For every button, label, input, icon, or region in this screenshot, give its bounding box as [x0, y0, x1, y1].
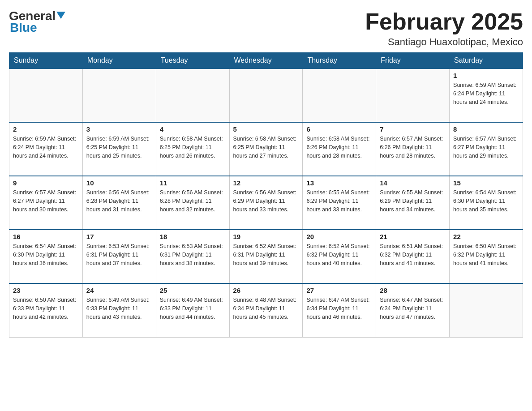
day-info: Sunrise: 6:50 AM Sunset: 6:32 PM Dayligh… — [453, 242, 519, 267]
day-cell: 9Sunrise: 6:57 AM Sunset: 6:27 PM Daylig… — [9, 176, 83, 230]
day-number: 25 — [160, 287, 226, 294]
day-info: Sunrise: 6:49 AM Sunset: 6:33 PM Dayligh… — [86, 296, 152, 321]
day-cell — [229, 68, 303, 122]
page-header: General Blue February 2025 Santiago Huax… — [9, 9, 523, 48]
day-info: Sunrise: 6:54 AM Sunset: 6:30 PM Dayligh… — [13, 242, 79, 267]
day-cell: 28Sunrise: 6:47 AM Sunset: 6:34 PM Dayli… — [376, 283, 450, 337]
day-number: 7 — [380, 125, 446, 133]
day-cell: 7Sunrise: 6:57 AM Sunset: 6:26 PM Daylig… — [376, 122, 450, 176]
day-number: 15 — [453, 179, 519, 187]
day-cell: 11Sunrise: 6:56 AM Sunset: 6:28 PM Dayli… — [156, 176, 229, 230]
day-number: 3 — [86, 125, 152, 133]
day-info: Sunrise: 6:58 AM Sunset: 6:25 PM Dayligh… — [160, 135, 226, 160]
day-number: 11 — [160, 179, 226, 187]
day-cell: 6Sunrise: 6:58 AM Sunset: 6:26 PM Daylig… — [303, 122, 376, 176]
weekday-header-saturday: Saturday — [450, 53, 523, 69]
day-number: 10 — [86, 179, 152, 187]
day-number: 23 — [13, 287, 79, 294]
day-number: 5 — [233, 125, 299, 133]
weekday-header-wednesday: Wednesday — [229, 53, 303, 69]
day-info: Sunrise: 6:47 AM Sunset: 6:34 PM Dayligh… — [306, 296, 372, 321]
day-info: Sunrise: 6:59 AM Sunset: 6:24 PM Dayligh… — [13, 135, 79, 160]
day-number: 27 — [306, 287, 372, 294]
week-row-2: 9Sunrise: 6:57 AM Sunset: 6:27 PM Daylig… — [9, 176, 523, 230]
day-info: Sunrise: 6:49 AM Sunset: 6:33 PM Dayligh… — [160, 296, 226, 321]
day-number: 22 — [453, 233, 519, 240]
day-info: Sunrise: 6:50 AM Sunset: 6:33 PM Dayligh… — [13, 296, 79, 321]
day-info: Sunrise: 6:56 AM Sunset: 6:28 PM Dayligh… — [86, 188, 152, 214]
day-cell: 5Sunrise: 6:58 AM Sunset: 6:25 PM Daylig… — [229, 122, 303, 176]
day-number: 12 — [233, 179, 299, 187]
day-info: Sunrise: 6:59 AM Sunset: 6:25 PM Dayligh… — [86, 135, 152, 160]
day-cell: 20Sunrise: 6:52 AM Sunset: 6:32 PM Dayli… — [303, 230, 376, 283]
day-info: Sunrise: 6:57 AM Sunset: 6:27 PM Dayligh… — [13, 188, 79, 214]
day-info: Sunrise: 6:55 AM Sunset: 6:29 PM Dayligh… — [306, 188, 372, 214]
day-info: Sunrise: 6:53 AM Sunset: 6:31 PM Dayligh… — [86, 242, 152, 267]
day-cell — [82, 68, 156, 122]
day-info: Sunrise: 6:52 AM Sunset: 6:31 PM Dayligh… — [233, 242, 299, 267]
week-row-0: 1Sunrise: 6:59 AM Sunset: 6:24 PM Daylig… — [9, 68, 523, 122]
day-cell — [376, 68, 450, 122]
day-cell: 24Sunrise: 6:49 AM Sunset: 6:33 PM Dayli… — [82, 283, 156, 337]
weekday-header-tuesday: Tuesday — [156, 53, 229, 69]
day-cell: 25Sunrise: 6:49 AM Sunset: 6:33 PM Dayli… — [156, 283, 229, 337]
day-cell: 3Sunrise: 6:59 AM Sunset: 6:25 PM Daylig… — [82, 122, 156, 176]
day-cell: 4Sunrise: 6:58 AM Sunset: 6:25 PM Daylig… — [156, 122, 229, 176]
day-number: 13 — [306, 179, 372, 187]
day-cell: 19Sunrise: 6:52 AM Sunset: 6:31 PM Dayli… — [229, 230, 303, 283]
day-info: Sunrise: 6:57 AM Sunset: 6:27 PM Dayligh… — [453, 135, 519, 160]
day-info: Sunrise: 6:48 AM Sunset: 6:34 PM Dayligh… — [233, 296, 299, 321]
day-cell — [9, 68, 83, 122]
day-cell: 17Sunrise: 6:53 AM Sunset: 6:31 PM Dayli… — [82, 230, 156, 283]
day-info: Sunrise: 6:55 AM Sunset: 6:29 PM Dayligh… — [380, 188, 446, 214]
day-cell: 22Sunrise: 6:50 AM Sunset: 6:32 PM Dayli… — [450, 230, 523, 283]
day-number: 8 — [453, 125, 519, 133]
weekday-header-sunday: Sunday — [9, 53, 83, 69]
day-cell — [156, 68, 229, 122]
day-info: Sunrise: 6:54 AM Sunset: 6:30 PM Dayligh… — [453, 188, 519, 214]
weekday-header-thursday: Thursday — [303, 53, 376, 69]
day-number: 19 — [233, 233, 299, 240]
weekday-header-monday: Monday — [82, 53, 156, 69]
day-number: 21 — [380, 233, 446, 240]
week-row-3: 16Sunrise: 6:54 AM Sunset: 6:30 PM Dayli… — [9, 230, 523, 283]
week-row-4: 23Sunrise: 6:50 AM Sunset: 6:33 PM Dayli… — [9, 283, 523, 337]
day-number: 28 — [380, 287, 446, 294]
day-number: 16 — [13, 233, 79, 240]
day-info: Sunrise: 6:56 AM Sunset: 6:28 PM Dayligh… — [160, 188, 226, 214]
day-cell: 16Sunrise: 6:54 AM Sunset: 6:30 PM Dayli… — [9, 230, 83, 283]
calendar-table: SundayMondayTuesdayWednesdayThursdayFrid… — [9, 52, 523, 338]
day-info: Sunrise: 6:56 AM Sunset: 6:29 PM Dayligh… — [233, 188, 299, 214]
day-cell: 26Sunrise: 6:48 AM Sunset: 6:34 PM Dayli… — [229, 283, 303, 337]
day-cell — [303, 68, 376, 122]
day-number: 14 — [380, 179, 446, 187]
day-number: 4 — [160, 125, 226, 133]
day-cell: 2Sunrise: 6:59 AM Sunset: 6:24 PM Daylig… — [9, 122, 83, 176]
day-cell: 1Sunrise: 6:59 AM Sunset: 6:24 PM Daylig… — [450, 68, 523, 122]
day-cell: 8Sunrise: 6:57 AM Sunset: 6:27 PM Daylig… — [450, 122, 523, 176]
logo-blue: Blue — [10, 21, 37, 35]
week-row-1: 2Sunrise: 6:59 AM Sunset: 6:24 PM Daylig… — [9, 122, 523, 176]
day-cell — [450, 283, 523, 337]
weekday-header-friday: Friday — [376, 53, 450, 69]
day-info: Sunrise: 6:58 AM Sunset: 6:25 PM Dayligh… — [233, 135, 299, 160]
day-cell: 27Sunrise: 6:47 AM Sunset: 6:34 PM Dayli… — [303, 283, 376, 337]
location: Santiago Huaxolotipac, Mexico — [365, 36, 523, 48]
day-info: Sunrise: 6:59 AM Sunset: 6:24 PM Dayligh… — [453, 81, 519, 106]
day-number: 18 — [160, 233, 226, 240]
day-number: 26 — [233, 287, 299, 294]
day-cell: 14Sunrise: 6:55 AM Sunset: 6:29 PM Dayli… — [376, 176, 450, 230]
month-title: February 2025 — [365, 9, 523, 34]
day-cell: 15Sunrise: 6:54 AM Sunset: 6:30 PM Dayli… — [450, 176, 523, 230]
day-cell: 13Sunrise: 6:55 AM Sunset: 6:29 PM Dayli… — [303, 176, 376, 230]
day-number: 17 — [86, 233, 152, 240]
logo: General Blue — [9, 9, 65, 35]
day-info: Sunrise: 6:52 AM Sunset: 6:32 PM Dayligh… — [306, 242, 372, 267]
day-info: Sunrise: 6:51 AM Sunset: 6:32 PM Dayligh… — [380, 242, 446, 267]
day-number: 9 — [13, 179, 79, 187]
day-cell: 23Sunrise: 6:50 AM Sunset: 6:33 PM Dayli… — [9, 283, 83, 337]
logo-triangle-icon — [56, 12, 65, 19]
day-cell: 12Sunrise: 6:56 AM Sunset: 6:29 PM Dayli… — [229, 176, 303, 230]
day-number: 20 — [306, 233, 372, 240]
day-cell: 21Sunrise: 6:51 AM Sunset: 6:32 PM Dayli… — [376, 230, 450, 283]
